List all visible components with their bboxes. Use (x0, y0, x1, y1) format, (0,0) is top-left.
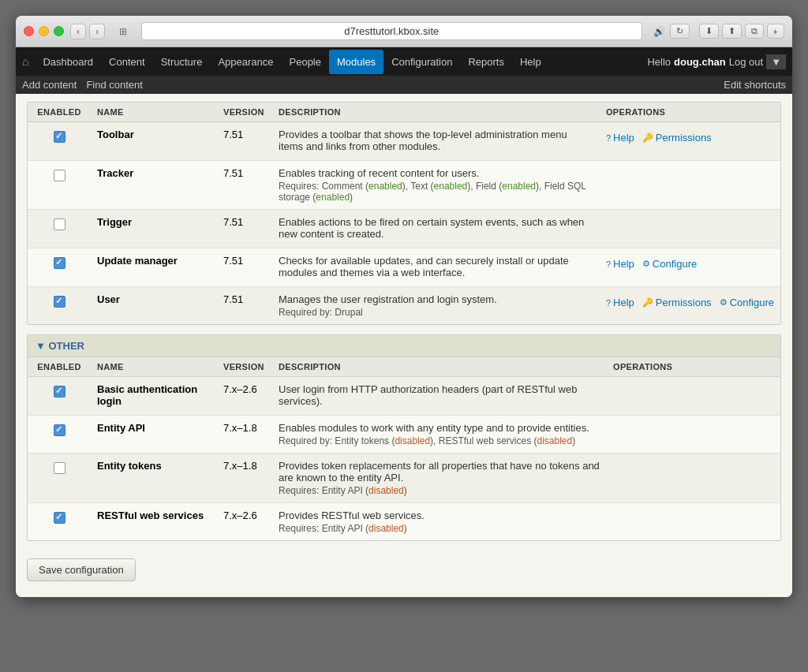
configure-link[interactable]: ⚙ Configure (720, 297, 774, 308)
nav-modules[interactable]: Modules (329, 50, 383, 74)
close-button[interactable] (24, 26, 34, 36)
enabled-cell (28, 416, 91, 454)
version-cell: 7.51 (217, 122, 272, 161)
ops-cell (600, 161, 780, 210)
help-link[interactable]: ? Help (606, 297, 634, 308)
help-link[interactable]: ? Help (606, 258, 634, 270)
table-row: Trigger 7.51 Enables actions to be fired… (28, 210, 780, 248)
window-icon: ⊞ (119, 26, 127, 37)
basic-auth-checkbox[interactable] (54, 386, 65, 398)
save-configuration-button[interactable]: Save configuration (27, 558, 136, 581)
add-content-link[interactable]: Add content (22, 79, 77, 91)
module-version: 7.x–2.6 (223, 510, 257, 521)
update-manager-checkbox[interactable] (54, 257, 65, 269)
permissions-link[interactable]: 🔑 Permissions (642, 297, 712, 308)
permissions-icon: 🔑 (642, 297, 653, 308)
gear-icon: ⚙ (720, 297, 728, 308)
module-requires: Requires: Entity API (disabled) (279, 485, 600, 496)
name-cell: User (91, 287, 217, 325)
other-section-header[interactable]: ▼ OTHER (28, 335, 780, 357)
configure-link[interactable]: ⚙ Configure (642, 258, 697, 270)
logout-link[interactable]: Log out (729, 56, 763, 68)
download-button[interactable]: ⬇ (699, 24, 719, 39)
nav-help[interactable]: Help (512, 50, 549, 74)
module-desc: Enables modules to work with any entity … (279, 422, 600, 434)
back-button[interactable]: ‹ (70, 24, 86, 39)
nav-people[interactable]: People (282, 50, 329, 74)
toolbar-checkbox[interactable] (54, 131, 65, 143)
nav-appearance[interactable]: Appearance (210, 50, 281, 74)
desc-cell: Manages the user registration and login … (272, 287, 600, 325)
desc-cell: Checks for available updates, and can se… (272, 248, 600, 287)
col-header-operations: OPERATIONS (607, 357, 780, 377)
module-version: 7.51 (223, 129, 243, 140)
hello-text: Hello (647, 56, 671, 68)
desc-cell: User login from HTTP authorization heade… (272, 377, 607, 416)
nav-dropdown-icon[interactable]: ▼ (766, 54, 786, 69)
module-version: 7.51 (223, 216, 243, 228)
user-area: Hello doug.chan Log out ▼ (647, 54, 786, 69)
modules-table-other: ENABLED NAME VERSION DESCRIPTION OPERATI… (28, 357, 780, 540)
nav-configuration[interactable]: Configuration (383, 50, 460, 74)
enabled-cell (28, 248, 91, 287)
permissions-icon: 🔑 (642, 133, 653, 143)
ops-cell: ? Help ⚙ Configure (600, 248, 780, 287)
nav-content[interactable]: Content (101, 50, 153, 74)
name-cell: Basic authentication login (91, 377, 217, 416)
maximize-button[interactable] (54, 26, 64, 36)
name-cell: RESTful web services (91, 503, 217, 541)
requires-status: disabled (368, 485, 404, 496)
module-desc: Manages the user registration and login … (279, 293, 593, 305)
module-requires: Required by: Drupal (279, 307, 593, 318)
nav-structure[interactable]: Structure (153, 50, 211, 74)
name-cell: Trigger (91, 210, 217, 248)
module-name: RESTful web services (97, 510, 204, 521)
admin-nav: ⌂ Dashboard Content Structure Appearance… (16, 47, 792, 76)
desc-cell: Enables tracking of recent content for u… (272, 161, 600, 210)
ops-cell (600, 210, 780, 248)
add-tab-button[interactable]: + (767, 24, 784, 39)
module-version: 7.51 (223, 167, 243, 179)
address-bar[interactable]: d7resttutorl.kbox.site (141, 22, 642, 40)
entity-tokens-checkbox[interactable] (54, 462, 65, 474)
module-version: 7.x–2.6 (223, 383, 257, 395)
nav-dashboard[interactable]: Dashboard (35, 50, 101, 74)
module-desc: User login from HTTP authorization heade… (279, 383, 600, 407)
permissions-label: Permissions (656, 132, 712, 144)
share-button[interactable]: ⬆ (722, 24, 742, 39)
tracker-checkbox[interactable] (54, 170, 65, 181)
requires-status: enabled (316, 192, 350, 203)
find-content-link[interactable]: Find content (86, 79, 143, 91)
version-cell: 7.x–2.6 (217, 377, 272, 416)
username-link[interactable]: doug.chan (674, 56, 726, 68)
requires-status: disabled (537, 435, 572, 446)
home-icon[interactable]: ⌂ (22, 55, 28, 68)
shortcut-bar: Add content Find content Edit shortcuts (16, 76, 792, 94)
help-icon: ? (606, 259, 611, 269)
help-link[interactable]: ? Help (606, 132, 634, 144)
module-desc: Provides a toolbar that shows the top-le… (279, 129, 593, 152)
browser-window: ‹ › ⊞ d7resttutorl.kbox.site 🔊 ↻ ⬇ ⬆ ⧉ +… (16, 16, 792, 597)
minimize-button[interactable] (39, 26, 49, 36)
col-header-description: DESCRIPTION (272, 103, 600, 122)
operations: ? Help ⚙ Configure (606, 255, 774, 270)
help-icon: ? (606, 298, 611, 308)
module-requires: Requires: Comment (enabled), Text (enabl… (279, 181, 593, 203)
user-checkbox[interactable] (54, 296, 65, 308)
browser-titlebar: ‹ › ⊞ d7resttutorl.kbox.site 🔊 ↻ ⬇ ⬆ ⧉ + (16, 16, 792, 47)
new-tab-button[interactable]: ⧉ (745, 24, 764, 39)
refresh-button[interactable]: ↻ (670, 24, 690, 39)
forward-button[interactable]: › (89, 24, 105, 39)
module-version: 7.x–1.8 (223, 460, 257, 472)
entity-api-checkbox[interactable] (54, 424, 65, 436)
ops-cell: ? Help 🔑 Permissions (600, 122, 780, 161)
module-name: Basic authentication login (97, 383, 197, 407)
edit-shortcuts-link[interactable]: Edit shortcuts (724, 79, 786, 91)
enabled-cell (28, 454, 91, 503)
modules-section-other: ▼ OTHER ENABLED NAME VERSION DESCRIPTION… (27, 334, 781, 541)
restful-checkbox[interactable] (54, 512, 65, 524)
module-version: 7.x–1.8 (223, 422, 257, 434)
nav-reports[interactable]: Reports (460, 50, 512, 74)
permissions-link[interactable]: 🔑 Permissions (642, 132, 712, 144)
trigger-checkbox[interactable] (54, 218, 65, 230)
